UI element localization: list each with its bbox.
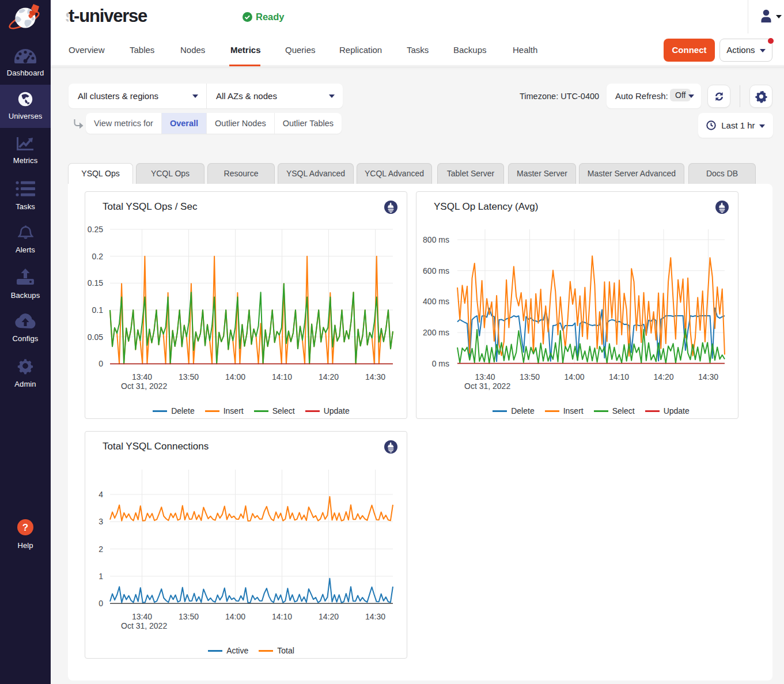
svg-text:Oct 31, 2022: Oct 31, 2022 — [121, 621, 167, 630]
svg-text:13:40: 13:40 — [475, 372, 495, 381]
svg-text:4: 4 — [99, 490, 103, 499]
svg-text:14:00: 14:00 — [225, 612, 245, 621]
svg-text:14:30: 14:30 — [365, 612, 385, 621]
svg-text:14:10: 14:10 — [272, 372, 292, 381]
svg-text:14:10: 14:10 — [272, 612, 292, 621]
svg-text:13:40: 13:40 — [132, 612, 152, 621]
svg-text:800 ms: 800 ms — [423, 235, 449, 244]
svg-text:13:50: 13:50 — [520, 372, 540, 381]
svg-text:0.05: 0.05 — [88, 332, 103, 342]
svg-text:Oct 31, 2022: Oct 31, 2022 — [121, 381, 167, 391]
svg-text:400 ms: 400 ms — [423, 297, 449, 306]
svg-text:14:30: 14:30 — [365, 372, 385, 381]
svg-text:200 ms: 200 ms — [423, 328, 449, 337]
svg-text:0.25: 0.25 — [88, 225, 103, 234]
svg-text:14:00: 14:00 — [225, 372, 245, 381]
svg-text:0.15: 0.15 — [88, 278, 103, 288]
svg-text:0 ms: 0 ms — [432, 359, 449, 368]
svg-text:600 ms: 600 ms — [423, 266, 449, 275]
svg-text:Oct 31, 2022: Oct 31, 2022 — [464, 381, 510, 391]
svg-text:0.1: 0.1 — [92, 305, 104, 315]
svg-text:14:10: 14:10 — [609, 372, 629, 381]
svg-text:14:00: 14:00 — [564, 372, 584, 381]
svg-text:2: 2 — [99, 545, 103, 554]
svg-text:13:40: 13:40 — [132, 372, 152, 381]
svg-text:?: ? — [22, 522, 28, 533]
svg-text:14:30: 14:30 — [698, 372, 718, 381]
svg-text:14:20: 14:20 — [653, 372, 673, 381]
svg-text:13:50: 13:50 — [179, 612, 199, 621]
svg-text:3: 3 — [99, 517, 103, 526]
svg-text:0.2: 0.2 — [92, 252, 104, 261]
svg-text:14:20: 14:20 — [319, 372, 339, 381]
svg-text:0: 0 — [99, 359, 103, 368]
svg-text:13:50: 13:50 — [179, 372, 199, 381]
svg-text:0: 0 — [99, 599, 103, 608]
svg-text:14:20: 14:20 — [319, 612, 339, 621]
svg-text:1: 1 — [99, 572, 103, 581]
